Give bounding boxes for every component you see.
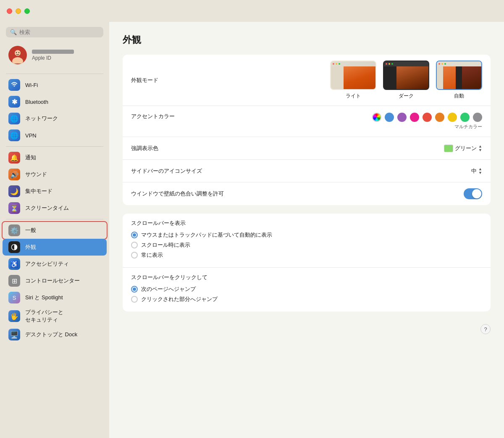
sidebar-item-notification[interactable]: 🔔 通知 xyxy=(3,149,107,166)
sidebar-icon-size-select[interactable]: 中 ▲ ▼ xyxy=(471,167,482,175)
sidebar-item-label-appearance: 外観 xyxy=(25,243,36,251)
privacy-icon: 🖐️ xyxy=(8,310,20,322)
sidebar-item-appearance[interactable]: 外観 xyxy=(3,239,107,256)
search-bar[interactable]: 🔍 xyxy=(6,27,103,37)
scrollbar-jump-click-radio[interactable] xyxy=(131,296,138,303)
appearance-mode-light[interactable]: ライト xyxy=(330,61,376,100)
scrollbar-auto-option[interactable]: マウスまたはトラックパッドに基づいて自動的に表示 xyxy=(131,231,482,239)
sidebar-divider2 xyxy=(6,146,103,147)
appearance-card: 外観モード xyxy=(123,55,491,205)
sidebar-item-label-wifi: Wi-Fi xyxy=(25,82,38,88)
sidebar-item-general[interactable]: ⚙️ 一般 xyxy=(3,222,107,239)
scrollbar-jump-page-radio[interactable] xyxy=(131,286,138,293)
accent-dot-yellow[interactable] xyxy=(448,113,457,122)
close-button[interactable] xyxy=(7,8,12,14)
sidebar-item-accessibility[interactable]: ♿ アクセシビリティ xyxy=(3,256,107,272)
notification-icon: 🔔 xyxy=(8,152,20,164)
apple-id-label: Apple ID xyxy=(32,55,74,61)
vpn-icon: 🌐 xyxy=(8,129,20,141)
sidebar-icon-size-arrows: ▲ ▼ xyxy=(478,167,482,175)
highlight-color-label: 強調表示色 xyxy=(131,145,215,152)
scrollbar-scroll-option[interactable]: スクロール時に表示 xyxy=(131,241,482,249)
sidebar-item-label-notification: 通知 xyxy=(25,154,36,161)
scrollbar-always-radio[interactable] xyxy=(131,252,138,259)
sidebar-item-network[interactable]: 🌐 ネットワーク xyxy=(3,110,107,127)
scrollbar-jump-page-option[interactable]: 次のページへジャンプ xyxy=(131,285,482,293)
maximize-button[interactable] xyxy=(24,8,30,14)
wallpaper-tinting-row: ウインドウで壁紙の色合い調整を許可 xyxy=(123,182,491,205)
accent-dot-red[interactable] xyxy=(423,113,432,122)
highlight-color-preview xyxy=(444,145,453,152)
sidebar-item-label-network: ネットワーク xyxy=(25,115,58,122)
page-title: 外観 xyxy=(123,34,491,46)
accent-color-swatches xyxy=(372,113,482,122)
scrollbar-auto-label: マウスまたはトラックパッドに基づいて自動的に表示 xyxy=(141,231,272,239)
accent-dot-blue[interactable] xyxy=(385,113,394,122)
wallpaper-tinting-switch[interactable] xyxy=(464,188,482,199)
appearance-mode-dark[interactable]: ダーク xyxy=(383,61,429,100)
general-icon: ⚙️ xyxy=(8,224,20,236)
sidebar-icon-size-row: サイドバーのアイコンサイズ 中 ▲ ▼ xyxy=(123,160,491,182)
highlight-color-row: 強調表示色 グリーン ▲ ▼ xyxy=(123,137,491,160)
focus-icon: 🌙 xyxy=(8,185,20,197)
sidebar-item-desktop[interactable]: 🖥️ デスクトップと Dock xyxy=(3,326,107,343)
sidebar-item-siri[interactable]: S Siri と Spotlight xyxy=(3,289,107,306)
mode-thumb-auto xyxy=(436,61,482,90)
radio-inner xyxy=(133,233,136,237)
accent-dot-green[interactable] xyxy=(460,113,470,122)
highlight-color-select[interactable]: グリーン ▲ ▼ xyxy=(444,145,482,152)
sidebar-item-label-focus: 集中モード xyxy=(25,187,52,195)
sidebar-icon-size-text: 中 xyxy=(471,167,477,175)
search-input[interactable] xyxy=(19,29,99,35)
sidebar-item-sound[interactable]: 🔊 サウンド xyxy=(3,166,107,183)
scrollbar-scroll-radio[interactable] xyxy=(131,242,138,248)
accent-dot-purple[interactable] xyxy=(397,113,407,122)
scrollbar-auto-radio[interactable] xyxy=(131,232,138,238)
sidebar-item-label-screentime: スクリーンタイム xyxy=(25,204,69,212)
sidebar-item-wifi[interactable]: Wi-Fi xyxy=(3,77,107,93)
sidebar-item-focus[interactable]: 🌙 集中モード xyxy=(3,183,107,200)
sidebar-item-screentime[interactable]: ⏳ スクリーンタイム xyxy=(3,200,107,216)
accent-dot-pink[interactable] xyxy=(410,113,419,122)
appearance-mode-auto[interactable]: 自動 xyxy=(436,61,482,100)
scrollbar-show-label: スクロールバーを表示 xyxy=(131,219,482,227)
help-button[interactable]: ? xyxy=(480,324,491,334)
scrollbar-scroll-label: スクロール時に表示 xyxy=(141,241,190,249)
sidebar: 🔍 Apple ID xyxy=(0,22,109,438)
sidebar-item-vpn[interactable]: 🌐 VPN xyxy=(3,127,107,144)
content-panel: 外観 外観モード xyxy=(109,22,504,438)
scrollbar-jump-page-label: 次のページへジャンプ xyxy=(141,285,196,293)
mode-thumb-dark xyxy=(383,61,429,90)
accent-color-label: アクセントカラー xyxy=(131,113,215,120)
accent-dot-graphite[interactable] xyxy=(473,113,482,122)
accent-color-options: マルチカラー xyxy=(215,113,482,130)
sidebar-item-label-privacy: プライバシーと セキュリティ xyxy=(25,309,63,324)
title-bar xyxy=(0,0,504,22)
scrollbar-always-option[interactable]: 常に表示 xyxy=(131,251,482,259)
accent-dot-multicolor[interactable] xyxy=(372,113,381,122)
sidebar-item-label-desktop: デスクトップと Dock xyxy=(25,331,77,338)
controlcenter-icon: ⊞ xyxy=(8,275,20,287)
mode-label-dark: ダーク xyxy=(399,92,414,100)
sidebar-item-privacy[interactable]: 🖐️ プライバシーと セキュリティ xyxy=(3,306,107,326)
apple-id-name xyxy=(32,50,74,54)
scrollbar-show-section: スクロールバーを表示 マウスまたはトラックパッドに基づいて自動的に表示 スクロー… xyxy=(123,214,491,268)
highlight-color-value: グリーン ▲ ▼ xyxy=(215,145,482,152)
sidebar-item-controlcenter[interactable]: ⊞ コントロールセンター xyxy=(3,272,107,289)
highlight-color-text: グリーン xyxy=(455,145,477,152)
desktop-icon: 🖥️ xyxy=(8,329,20,340)
minimize-button[interactable] xyxy=(16,8,21,14)
wallpaper-tinting-label: ウインドウで壁紙の色合い調整を許可 xyxy=(131,190,224,198)
bluetooth-icon: ✱ xyxy=(8,96,20,108)
scrollbar-jump-click-option[interactable]: クリックされた部分へジャンプ xyxy=(131,296,482,303)
mode-label-light: ライト xyxy=(346,92,361,100)
svg-point-4 xyxy=(18,52,19,53)
sidebar-item-bluetooth[interactable]: ✱ Bluetooth xyxy=(3,93,107,110)
accent-dot-orange[interactable] xyxy=(435,113,444,122)
sidebar-item-label-accessibility: アクセシビリティ xyxy=(25,260,69,268)
appearance-modes: ライト xyxy=(330,61,482,100)
sidebar-item-label-bluetooth: Bluetooth xyxy=(25,99,48,105)
search-icon: 🔍 xyxy=(10,29,17,35)
network-icon: 🌐 xyxy=(8,113,20,124)
apple-id-item[interactable]: Apple ID xyxy=(3,42,107,68)
